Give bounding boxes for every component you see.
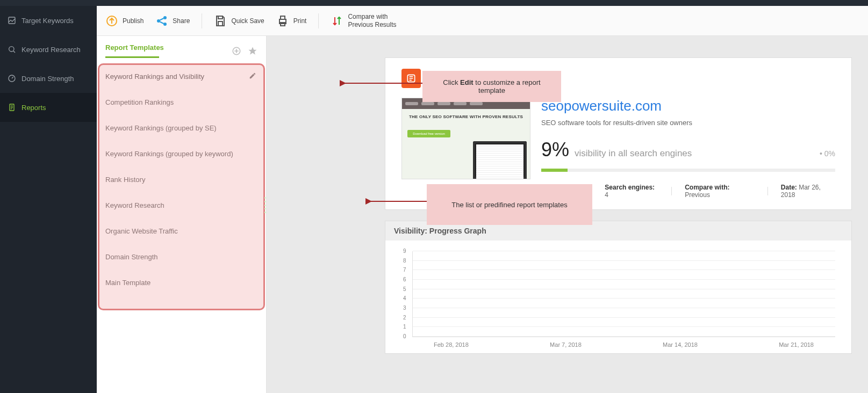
domain-subtitle: SEO software tools for results-driven si…	[541, 119, 835, 127]
template-item[interactable]: Keyword Rankings (grouped by keyword)	[97, 141, 266, 166]
svg-marker-26	[249, 47, 257, 54]
template-item-label: Organic Website Traffic	[105, 227, 178, 235]
chart-icon	[8, 16, 16, 25]
annotation-callout-edit: Click Edit to customize a report templat…	[422, 71, 561, 102]
sidebar-item-label: Reports	[21, 104, 46, 112]
edit-template-button[interactable]	[249, 72, 257, 81]
template-item[interactable]: Main Template	[97, 270, 266, 295]
template-item[interactable]: Organic Website Traffic	[97, 218, 266, 244]
svg-rect-16	[218, 16, 223, 19]
template-item-label: Competition Rankings	[105, 98, 174, 106]
template-item[interactable]: Domain Strength	[97, 244, 266, 270]
svg-point-12	[163, 16, 167, 19]
svg-line-15	[160, 21, 164, 24]
favorite-icon[interactable]	[248, 46, 257, 56]
visibility-chart-card: Visibility: Progress Graph 0 1 2 3 4 5 6	[385, 221, 852, 354]
template-item-label: Keyword Rankings (grouped by keyword)	[105, 150, 233, 158]
template-item-label: Keyword Rankings (grouped by SE)	[105, 124, 217, 132]
compare-icon	[331, 14, 343, 27]
visibility-bar	[541, 169, 835, 172]
domain-link[interactable]: seopowersuite.com	[541, 98, 835, 114]
annotation-callout-list: The list or predifined report templates	[427, 184, 592, 225]
quicksave-button[interactable]: Quick Save	[214, 14, 264, 27]
left-sidebar: Target Keywords Keyword Research Domain …	[0, 6, 97, 393]
template-item-label: Rank History	[105, 176, 145, 184]
template-item-label: Keyword Research	[105, 201, 164, 209]
print-button[interactable]: Print	[276, 14, 307, 27]
template-item-label: Domain Strength	[105, 253, 158, 261]
add-template-button[interactable]	[232, 46, 241, 56]
svg-line-2	[13, 51, 15, 53]
template-item[interactable]: Rank History	[97, 166, 266, 192]
thumb-banner: THE ONLY SEO SOFTWARE WITH PROVEN RESULT…	[407, 114, 525, 119]
sidebar-item-domain-strength[interactable]: Domain Strength	[0, 64, 97, 93]
svg-point-11	[157, 19, 160, 23]
thumb-download: Download free version	[407, 130, 450, 137]
save-icon	[214, 14, 227, 27]
sidebar-item-label: Target Keywords	[21, 17, 74, 25]
share-button[interactable]: Share	[155, 14, 190, 27]
site-thumbnail: THE ONLY SEO SOFTWARE WITH PROVEN RESULT…	[401, 98, 530, 179]
template-item[interactable]: Keyword Rankings (grouped by SE)	[97, 115, 266, 141]
print-label: Print	[293, 17, 307, 25]
publish-button[interactable]: Publish	[105, 14, 144, 27]
sidebar-item-keyword-research[interactable]: Keyword Research	[0, 35, 97, 64]
toolbar-separator	[318, 13, 319, 28]
share-icon	[155, 14, 168, 27]
svg-rect-0	[9, 17, 15, 24]
svg-line-4	[12, 77, 13, 78]
share-label: Share	[173, 17, 190, 25]
visibility-percent: 9%	[541, 139, 569, 161]
sidebar-item-reports[interactable]: Reports	[0, 93, 97, 122]
gauge-icon	[8, 74, 16, 83]
app-titlebar	[0, 0, 868, 6]
templates-panel: Report Templates Keyword Rankings and Vi…	[97, 36, 267, 393]
compare-button[interactable]: Compare with Previous Results	[331, 13, 396, 28]
svg-rect-19	[281, 16, 285, 19]
sidebar-item-label: Keyword Research	[21, 46, 81, 54]
templates-title: Report Templates	[105, 43, 164, 58]
visibility-delta: • 0%	[820, 149, 835, 158]
quicksave-label: Quick Save	[231, 17, 264, 25]
svg-rect-17	[218, 21, 223, 26]
publish-label: Publish	[123, 17, 144, 25]
svg-point-13	[163, 23, 167, 26]
svg-point-1	[9, 47, 14, 52]
print-icon	[276, 14, 289, 27]
visibility-label: visibility in all search engines	[575, 148, 692, 159]
template-item[interactable]: Competition Rankings	[97, 89, 266, 115]
chart-x-ticks: Feb 28, 2018 Mar 7, 2018 Mar 14, 2018 Ma…	[412, 341, 835, 348]
template-item[interactable]: Keyword Research	[97, 192, 266, 218]
chart-y-ticks: 0 1 2 3 4 5 6 7 8 9	[403, 251, 406, 337]
toolbar: Publish Share Quick Save Print Compare w…	[97, 6, 868, 36]
annotation-arrow	[340, 78, 426, 89]
sidebar-item-target-keywords[interactable]: Target Keywords	[0, 6, 97, 35]
annotation-arrow	[365, 196, 430, 207]
svg-line-14	[160, 18, 164, 20]
publish-icon	[105, 14, 118, 27]
search-icon	[8, 45, 16, 54]
template-item[interactable]: Keyword Rankings and Visibility	[97, 63, 266, 89]
sidebar-item-label: Domain Strength	[21, 75, 74, 83]
template-item-label: Keyword Rankings and Visibility	[105, 72, 204, 81]
document-icon	[8, 103, 16, 112]
toolbar-separator	[202, 13, 202, 28]
templates-list: Keyword Rankings and Visibility Competit…	[97, 63, 266, 393]
visibility-chart: 0 1 2 3 4 5 6 7 8 9	[385, 241, 851, 353]
compare-label: Compare with Previous Results	[348, 13, 396, 28]
template-item-label: Main Template	[105, 279, 150, 287]
